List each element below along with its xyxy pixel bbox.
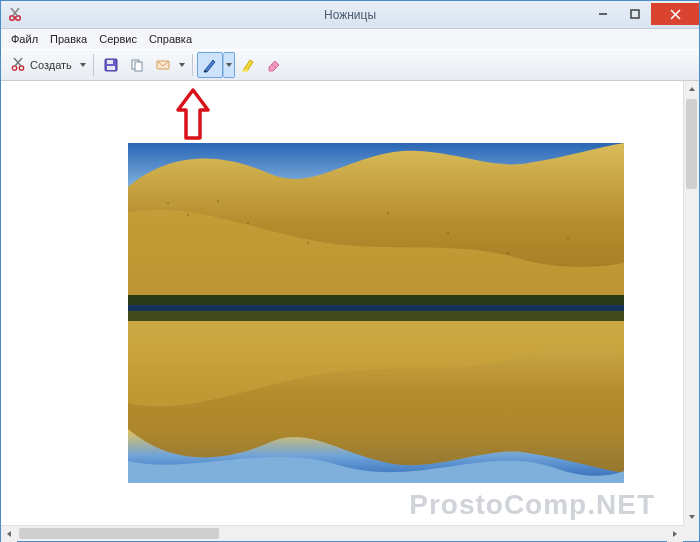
svg-point-28 xyxy=(217,200,219,202)
send-dropdown[interactable] xyxy=(176,52,188,78)
scroll-down-button[interactable] xyxy=(684,509,699,525)
floppy-disk-icon xyxy=(103,57,119,73)
watermark: ProstoComp.NET xyxy=(409,489,655,521)
eraser-button[interactable] xyxy=(261,52,287,78)
svg-point-29 xyxy=(247,222,249,224)
pen-icon xyxy=(202,57,218,73)
svg-marker-19 xyxy=(179,63,185,67)
svg-line-7 xyxy=(671,10,680,19)
svg-point-0 xyxy=(10,15,15,20)
highlighter-button[interactable] xyxy=(235,52,261,78)
svg-point-26 xyxy=(167,202,169,204)
new-snip-label: Создать xyxy=(30,59,72,71)
svg-marker-36 xyxy=(689,515,695,519)
svg-point-8 xyxy=(12,66,16,70)
svg-marker-20 xyxy=(226,63,232,67)
highlighter-icon xyxy=(240,57,256,73)
send-button[interactable] xyxy=(150,52,176,78)
svg-point-30 xyxy=(307,242,309,244)
scrollbar-corner xyxy=(683,525,699,541)
horizontal-scrollbar[interactable] xyxy=(1,525,683,541)
minimize-button[interactable] xyxy=(587,3,619,25)
pen-dropdown[interactable] xyxy=(223,52,235,78)
svg-point-31 xyxy=(387,212,389,214)
envelope-icon xyxy=(155,57,171,73)
menu-edit[interactable]: Правка xyxy=(44,31,93,47)
window-controls xyxy=(587,4,699,25)
copy-button[interactable] xyxy=(124,52,150,78)
canvas-viewport[interactable]: ProstoComp.NET xyxy=(1,81,683,525)
eraser-icon xyxy=(266,57,282,73)
copy-icon xyxy=(129,57,145,73)
svg-rect-15 xyxy=(107,66,115,70)
svg-point-32 xyxy=(447,232,449,234)
titlebar: Ножницы xyxy=(1,1,699,29)
toolbar-separator xyxy=(192,54,193,76)
svg-line-11 xyxy=(14,58,21,66)
scroll-left-button[interactable] xyxy=(1,526,17,542)
vertical-scrollbar[interactable] xyxy=(683,81,699,525)
svg-marker-38 xyxy=(673,531,677,537)
svg-marker-12 xyxy=(80,63,86,67)
menu-file[interactable]: Файл xyxy=(5,31,44,47)
svg-marker-35 xyxy=(689,87,695,91)
maximize-button[interactable] xyxy=(619,3,651,25)
snip-image xyxy=(128,143,624,483)
pen-button[interactable] xyxy=(197,52,223,78)
svg-rect-24 xyxy=(128,305,624,311)
svg-line-10 xyxy=(15,58,22,66)
new-snip-button[interactable]: Создать xyxy=(5,52,77,78)
svg-rect-17 xyxy=(135,62,142,71)
svg-rect-5 xyxy=(631,10,639,18)
vertical-scrollbar-thumb[interactable] xyxy=(686,99,697,189)
svg-point-33 xyxy=(507,252,509,254)
svg-point-9 xyxy=(19,66,23,70)
annotation-arrow-icon xyxy=(176,88,210,142)
menu-help[interactable]: Справка xyxy=(143,31,198,47)
content-area: ProstoComp.NET xyxy=(1,81,699,525)
save-button[interactable] xyxy=(98,52,124,78)
svg-rect-25 xyxy=(128,311,624,321)
menu-tools[interactable]: Сервис xyxy=(93,31,143,47)
svg-point-1 xyxy=(16,15,21,20)
menubar: Файл Правка Сервис Справка xyxy=(1,29,699,49)
svg-point-34 xyxy=(567,237,569,239)
toolbar: Создать xyxy=(1,49,699,81)
svg-marker-37 xyxy=(7,531,11,537)
new-snip-dropdown[interactable] xyxy=(77,52,89,78)
svg-rect-14 xyxy=(107,60,113,64)
scissors-icon xyxy=(10,57,26,73)
svg-rect-21 xyxy=(242,70,248,72)
svg-line-6 xyxy=(671,10,680,19)
scroll-right-button[interactable] xyxy=(667,526,683,542)
app-icon xyxy=(7,7,23,23)
horizontal-scrollbar-thumb[interactable] xyxy=(19,528,219,539)
svg-point-27 xyxy=(187,214,189,216)
close-button[interactable] xyxy=(651,3,699,25)
scroll-up-button[interactable] xyxy=(684,81,699,97)
toolbar-separator xyxy=(93,54,94,76)
